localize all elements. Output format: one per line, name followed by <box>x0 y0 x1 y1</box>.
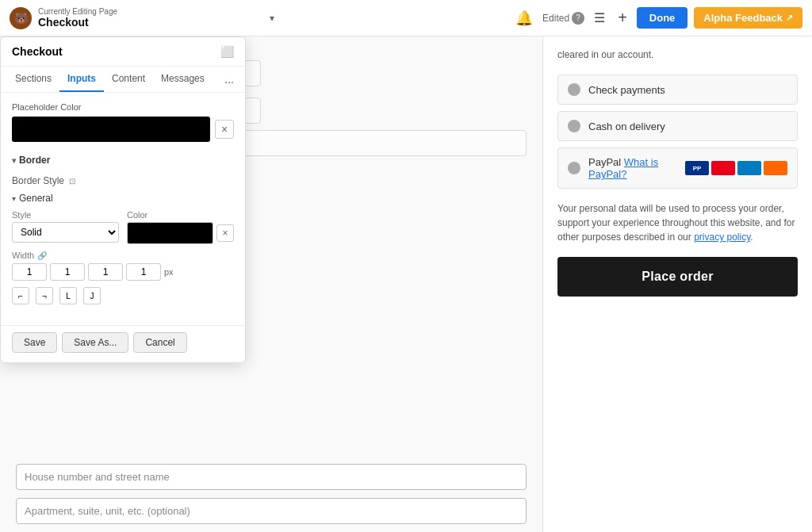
avatar: 🐻 <box>10 7 32 29</box>
checkout-form-area: ● First name * Last name * Checkout ⬜ <box>0 36 542 532</box>
placeholder-color-swatch[interactable] <box>12 117 210 142</box>
payment-option-paypal[interactable]: PayPal What is PayPal? PP <box>557 147 798 189</box>
editing-label: Currently Editing Page <box>38 7 263 16</box>
style-color-row: Style Solid Dashed Dotted None Color <box>12 210 234 244</box>
panel-title: Checkout <box>12 45 63 58</box>
border-section-header[interactable]: ▾ Border <box>12 151 234 169</box>
general-label: General <box>19 193 53 204</box>
order-panel: cleared in our account. Check payments C… <box>542 36 812 532</box>
edited-status: Edited ? <box>542 12 584 25</box>
add-icon[interactable]: + <box>618 9 627 27</box>
payment-option-cash[interactable]: Cash on delivery <box>557 111 798 141</box>
border-collapse-arrow: ▾ <box>12 156 16 165</box>
apartment-input[interactable] <box>16 498 527 524</box>
floating-panel: Checkout ⬜ Sections Inputs Content Messa… <box>0 36 246 363</box>
border-style-select[interactable]: Solid Dashed Dotted None <box>12 222 119 243</box>
width-inputs: px <box>12 263 234 281</box>
cash-payment-label: Cash on delivery <box>588 121 787 132</box>
style-field-group: Style Solid Dashed Dotted None <box>12 210 119 244</box>
corner-btn-tl[interactable]: ⌐ <box>12 287 29 304</box>
maximize-icon[interactable]: ⬜ <box>220 45 234 58</box>
panel-header: Checkout ⬜ <box>1 37 245 67</box>
tab-inputs[interactable]: Inputs <box>59 67 104 92</box>
bell-icon[interactable]: 🔔 <box>515 10 533 27</box>
alpha-feedback-button[interactable]: Alpha Feedback ↗ <box>694 7 802 29</box>
general-collapse-arrow: ▾ <box>12 194 16 203</box>
house-number-input[interactable] <box>16 464 527 490</box>
done-button[interactable]: Done <box>637 7 688 29</box>
paypal-brand-icon: PP <box>685 161 709 175</box>
tab-content[interactable]: Content <box>104 67 153 92</box>
paypal-card-icons: PP <box>685 161 787 175</box>
border-color-close[interactable]: × <box>216 224 234 242</box>
border-style-icon: ⊡ <box>69 177 75 186</box>
corner-btn-bl[interactable]: L <box>59 287 77 304</box>
width-left-input[interactable] <box>126 263 161 281</box>
width-top-input[interactable] <box>12 263 47 281</box>
paypal-radio <box>568 162 580 174</box>
color-row-small: × <box>127 222 234 244</box>
style-label: Style <box>12 210 119 220</box>
corners-row: ⌐ ¬ L J <box>12 287 234 304</box>
width-unit: px <box>164 267 174 277</box>
payment-option-check[interactable]: Check payments <box>557 75 798 105</box>
tab-messages[interactable]: Messages <box>153 67 213 92</box>
cleared-text: cleared in our account. <box>557 48 798 62</box>
panel-actions: Save Save As... Cancel <box>1 325 245 362</box>
chevron-down-icon[interactable]: ▾ <box>270 13 274 24</box>
border-color-swatch[interactable] <box>127 222 213 244</box>
corner-btn-br[interactable]: J <box>83 287 101 304</box>
border-style-label: Border Style <box>12 175 64 186</box>
privacy-text: Your personal data will be used to proce… <box>557 201 798 244</box>
general-subsection: ▾ General Style Solid Dashed Dotted <box>12 193 234 304</box>
width-row: Width 🔗 px <box>12 251 234 281</box>
main-layout: ● First name * Last name * Checkout ⬜ <box>0 36 812 532</box>
panel-body: Placeholder Color × ▾ Border Border Styl… <box>1 93 245 322</box>
mastercard-icon <box>711 161 735 175</box>
check-payment-label: Check payments <box>588 84 787 96</box>
placeholder-color-label: Placeholder Color <box>12 102 234 112</box>
question-icon[interactable]: ? <box>572 12 584 25</box>
general-header[interactable]: ▾ General <box>12 193 234 204</box>
topbar: 🐻 Currently Editing Page Checkout ▾ 🔔 Ed… <box>0 0 812 36</box>
panel-tabs: Sections Inputs Content Messages ... <box>1 67 245 93</box>
link-icon[interactable]: 🔗 <box>37 251 47 260</box>
placeholder-color-row: × <box>12 117 234 142</box>
check-radio <box>568 83 580 96</box>
border-style-row: Border Style ⊡ <box>12 175 234 186</box>
placeholder-color-close[interactable]: × <box>215 120 234 139</box>
color-label: Color <box>127 210 234 220</box>
color-field-group: Color × <box>127 210 234 244</box>
discover-icon <box>764 161 787 175</box>
width-label: Width 🔗 <box>12 251 234 260</box>
apartment-field-wrapper <box>16 498 527 524</box>
paypal-payment-label: PayPal What is PayPal? <box>588 156 677 180</box>
cancel-button[interactable]: Cancel <box>133 332 186 353</box>
page-title: Checkout <box>38 16 263 29</box>
tab-more[interactable]: ... <box>220 67 239 92</box>
place-order-button[interactable]: Place order <box>557 257 798 297</box>
corner-btn-tr[interactable]: ¬ <box>36 287 53 304</box>
width-bottom-input[interactable] <box>88 263 123 281</box>
privacy-policy-link[interactable]: privacy policy <box>694 232 750 243</box>
width-right-input[interactable] <box>50 263 85 281</box>
address-field-wrapper <box>16 464 527 490</box>
border-label: Border <box>19 155 50 166</box>
title-group: Currently Editing Page Checkout <box>38 7 263 29</box>
list-icon[interactable]: ☰ <box>594 10 605 25</box>
amex-icon <box>737 161 761 175</box>
border-section: ▾ Border Border Style ⊡ ▾ General <box>12 151 234 304</box>
save-button[interactable]: Save <box>12 332 57 353</box>
save-as-button[interactable]: Save As... <box>62 332 128 353</box>
external-link-icon: ↗ <box>786 13 793 23</box>
tab-sections[interactable]: Sections <box>7 67 59 92</box>
cash-radio <box>568 120 580 132</box>
